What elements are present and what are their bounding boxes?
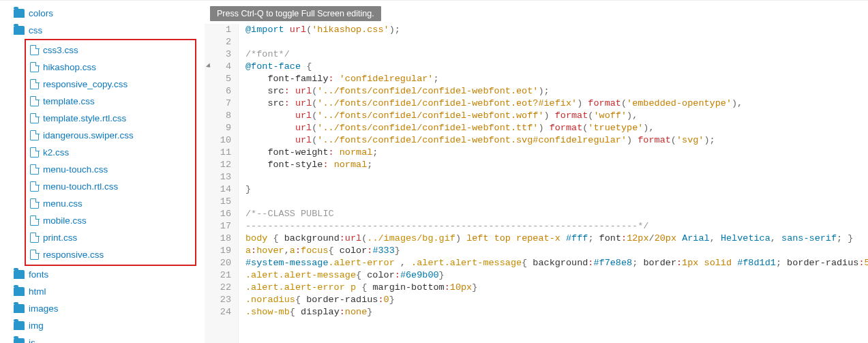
file-icon [30,164,39,175]
file-responsive_copy-css[interactable]: responsive_copy.css [30,76,191,93]
folder-label[interactable]: js [29,338,35,343]
file-responsive-css[interactable]: responsive.css [30,246,191,263]
line-number: 15 [211,196,231,208]
folder-icon [14,270,25,279]
folder-label[interactable]: images [29,303,59,314]
file-icon [30,130,39,140]
folder-js[interactable]: js [14,334,196,343]
folder-label[interactable]: colors [29,8,53,18]
file-icon [30,233,39,243]
file-icon [30,181,39,192]
app-root: colorscss css3.csshikashop.cssresponsive… [0,0,868,343]
folder-icon [14,321,25,330]
code-line[interactable]: .alert.alert-error p { margin-bottom:10p… [245,282,861,294]
code-line[interactable] [245,36,861,48]
file-icon [30,198,39,209]
file-label[interactable]: menu.css [43,198,83,209]
file-menu-touch-rtl-css[interactable]: menu-touch.rtl.css [30,178,191,195]
file-mobile-css[interactable]: mobile.css [30,212,191,229]
file-label[interactable]: responsive.css [43,250,104,260]
file-idangerous-swiper-css[interactable]: idangerous.swiper.css [30,127,191,144]
folder-icon [14,338,25,343]
file-icon [30,250,39,260]
file-print-css[interactable]: print.css [30,229,191,246]
line-number: 5 [211,73,231,85]
file-label[interactable]: template.style.rtl.css [43,113,126,123]
code-line[interactable]: .show-mb{ display:none} [245,306,861,318]
code-line[interactable]: src: url('../fonts/confidel/confidel-web… [245,98,861,110]
file-hikashop-css[interactable]: hikashop.css [30,59,191,76]
code-line[interactable]: #system-message.alert-error , .alert.ale… [245,257,861,269]
file-icon [30,62,39,72]
file-css3-css[interactable]: css3.css [30,42,191,59]
code-line[interactable]: font-style: normal; [245,159,861,171]
file-label[interactable]: hikashop.css [43,62,96,72]
code-line[interactable]: src: url('../fonts/confidel/confidel-web… [245,85,861,98]
folder-images[interactable]: images [14,300,196,317]
fold-marker-icon[interactable] [206,63,212,69]
file-label[interactable]: idangerous.swiper.css [43,130,134,140]
folder-fonts[interactable]: fonts [14,266,196,283]
code-content[interactable]: @import url('hikashop.css'); /*font*/@fo… [239,24,868,343]
line-number: 2 [211,36,231,48]
folder-colors[interactable]: colors [14,5,196,22]
file-label[interactable]: css3.css [43,45,78,55]
line-number: 8 [211,110,231,122]
folder-icon [14,26,25,35]
file-label[interactable]: template.css [43,96,95,106]
line-gutter: 123456789101112131415161718192021222324 [205,24,239,343]
file-k2-css[interactable]: k2.css [30,144,191,161]
code-line[interactable]: ----------------------------------------… [245,220,861,233]
file-template-style-rtl-css[interactable]: template.style.rtl.css [30,110,191,127]
file-tree-sidebar: colorscss css3.csshikashop.cssresponsive… [0,1,205,343]
file-label[interactable]: responsive_copy.css [43,79,128,89]
code-line[interactable]: @font-face { [245,61,861,73]
line-number: 16 [211,208,231,220]
folder-img[interactable]: img [14,317,196,334]
code-line[interactable]: url('../fonts/confidel/confidel-webfont.… [245,110,861,122]
code-line[interactable]: } [245,183,861,196]
line-number: 12 [211,159,231,171]
file-label[interactable]: print.css [43,233,77,243]
file-template-css[interactable]: template.css [30,93,191,110]
line-number: 23 [211,294,231,306]
file-label[interactable]: menu-touch.rtl.css [43,181,118,192]
code-line[interactable]: /*--CLASS PUBLIC [245,208,861,220]
code-line[interactable]: /*font*/ [245,48,861,61]
file-label[interactable]: mobile.css [43,215,87,226]
file-icon [30,113,39,123]
line-number: 9 [211,122,231,134]
line-number: 22 [211,282,231,294]
folder-label[interactable]: fonts [29,269,48,280]
folder-css[interactable]: css [14,22,196,39]
folder-html[interactable]: html [14,283,196,300]
file-menu-css[interactable]: menu.css [30,195,191,212]
file-icon [30,147,39,158]
folder-label[interactable]: img [29,320,44,331]
fullscreen-hint: Press Ctrl-Q to toggle Full Screen editi… [210,6,381,21]
code-line[interactable]: .alert.alert-message{ color:#6e9b00} [245,269,861,282]
code-line[interactable]: url('../fonts/confidel/confidel-webfont.… [245,122,861,134]
css-folder-children-highlighted: css3.csshikashop.cssresponsive_copy.csst… [25,39,196,266]
line-number: 11 [211,147,231,159]
code-line[interactable]: a:hover,a:focus{ color:#333} [245,245,861,257]
code-line[interactable] [245,196,861,208]
file-menu-touch-css[interactable]: menu-touch.css [30,161,191,178]
file-icon [30,79,39,89]
file-icon [30,96,39,106]
code-line[interactable]: body { background:url(../images/bg.gif) … [245,233,861,245]
code-line[interactable]: url('../fonts/confidel/confidel-webfont.… [245,134,861,147]
code-line[interactable] [245,171,861,183]
line-number: 24 [211,306,231,318]
code-area[interactable]: 123456789101112131415161718192021222324 … [205,5,868,343]
file-label[interactable]: k2.css [43,147,69,158]
code-line[interactable]: font-family: 'confidelregular'; [245,73,861,85]
folder-label[interactable]: css [29,25,42,35]
code-line[interactable]: @import url('hikashop.css'); [245,24,861,36]
file-label[interactable]: menu-touch.css [43,164,108,175]
folder-label[interactable]: html [29,286,46,297]
folder-icon [14,287,25,296]
code-line[interactable]: .noradius{ border-radius:0} [245,294,861,306]
code-line[interactable]: font-weight: normal; [245,147,861,159]
line-number: 7 [211,98,231,110]
